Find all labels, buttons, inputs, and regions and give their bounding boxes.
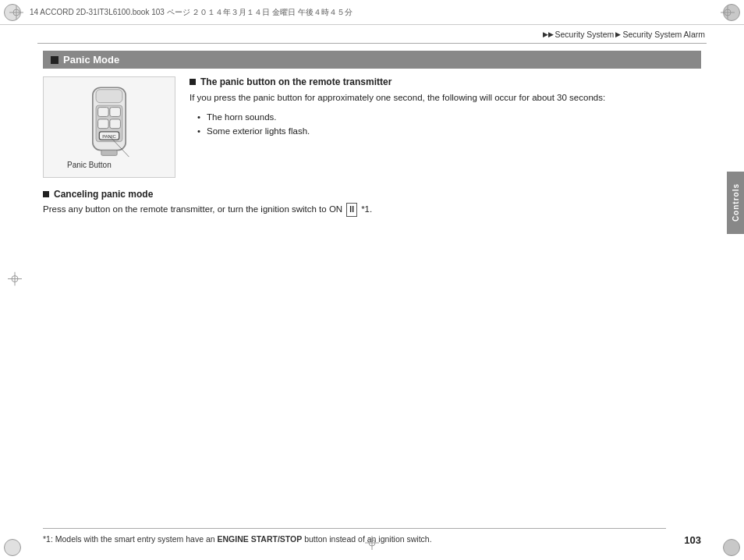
bullet-icon [190,79,196,85]
header-divider [37,43,707,44]
section-header-icon [51,56,58,64]
ignition-badge: II [346,203,357,217]
section-header: Panic Mode [43,51,701,69]
reg-mark-bottom-center [365,536,379,552]
svg-rect-7 [96,90,122,103]
side-tab-label: Controls [732,183,740,222]
reg-mark-top-right [721,5,735,19]
remote-image-box: PANIC Panic Button [43,76,175,178]
reg-mark-top-left [9,5,23,19]
breadcrumb-arrows: ▶▶ [543,30,554,38]
section-title: Panic Mode [63,54,119,66]
footer-note: *1: Models with the smart entry system h… [43,528,666,546]
svg-rect-12 [110,119,121,129]
side-tab-controls: Controls [727,172,744,234]
footer-bold: ENGINE START/STOP [218,534,303,544]
canceling-title: Canceling panic mode [43,189,701,200]
canceling-text: Press any button on the remote transmitt… [43,203,701,217]
svg-rect-9 [98,108,109,117]
svg-rect-10 [110,108,121,117]
breadcrumb-sep: ▶ [615,30,621,38]
breadcrumb-part1: Security System [555,30,615,39]
canceling-bullet-icon [43,191,49,197]
panic-bullet-list: The horn sounds. Some exterior lights fl… [190,110,701,139]
panic-button-label: Panic Button [67,161,112,169]
corner-mark-bl [4,539,21,556]
right-text-area: The panic button on the remote transmitt… [190,76,701,178]
main-content: Panic Mode [43,51,701,505]
breadcrumb-part2: Security System Alarm [622,30,705,39]
content-row: PANIC Panic Button The panic button on t… [43,76,701,178]
panic-body-text: If you press the panic button for approx… [190,91,701,105]
page-number: 103 [684,534,701,546]
bullet-item-2: Some exterior lights flash. [197,124,701,138]
page: 14 ACCORD 2D-31IT3L6100.book 103 ページ ２０１… [0,0,744,560]
breadcrumb: ▶▶ Security System ▶ Security System Ala… [543,30,705,39]
remote-transmitter-image: PANIC [70,84,148,170]
bullet-item-1: The horn sounds. [197,110,701,124]
svg-rect-11 [98,119,109,129]
corner-mark-br [723,539,740,556]
panic-button-subtitle: The panic button on the remote transmitt… [190,76,701,87]
svg-rect-15 [101,151,117,156]
top-bar: 14 ACCORD 2D-31IT3L6100.book 103 ページ ２０１… [0,0,744,25]
canceling-section: Canceling panic mode Press any button on… [43,189,701,217]
file-info: 14 ACCORD 2D-31IT3L6100.book 103 ページ ２０１… [30,7,721,18]
reg-mark-left-mid [8,272,22,289]
